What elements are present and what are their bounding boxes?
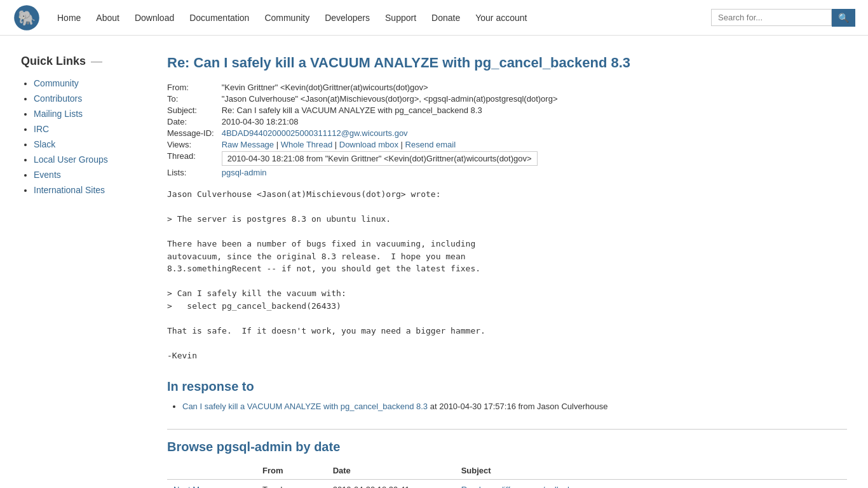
nav-donate[interactable]: Donate — [425, 9, 466, 27]
meta-to-row: To: "Jason Culverhouse" <Jason(at)Mischi… — [167, 94, 557, 105]
views-resend-link[interactable]: Resend email — [405, 140, 456, 149]
thread-label: Thread: — [167, 151, 222, 168]
nav-about[interactable]: About — [90, 9, 126, 27]
response-list: Can I safely kill a VACUUM ANALYZE with … — [167, 402, 847, 411]
email-body: Jason Culverhouse <Jason(at)Mischievous(… — [167, 188, 847, 362]
sidebar-links: Community Contributors Mailing Lists IRC… — [21, 78, 148, 195]
date-label: Date: — [167, 117, 222, 128]
views-raw-link[interactable]: Raw Message — [222, 140, 274, 149]
sidebar-item: Contributors — [34, 93, 148, 104]
sidebar-item: Local User Groups — [34, 154, 148, 165]
search-button[interactable]: 🔍 — [832, 9, 855, 27]
sidebar-title: Quick Links — — [21, 55, 148, 68]
sidebar-item: Events — [34, 170, 148, 180]
views-download-link[interactable]: Download mbox — [339, 140, 398, 149]
sidebar-title-dash: — — [91, 55, 102, 68]
postgresql-logo: 🐘 — [13, 4, 41, 32]
search-area: 🔍 — [711, 9, 855, 27]
browse-table-header-row: From Date Subject — [167, 462, 847, 480]
messageid-link[interactable]: 4BDAD94402000025000311112@gw.wicourts.go… — [222, 128, 408, 138]
views-label: Views: — [167, 140, 222, 151]
subject-label: Subject: — [167, 105, 222, 117]
sidebar-link-mailing-lists[interactable]: Mailing Lists — [34, 109, 83, 119]
thread-value: 2010-04-30 18:21:08 from "Kevin Grittner… — [222, 151, 558, 168]
table-row: Next Message Tom Lane 2010-04-30 18:39:4… — [167, 480, 847, 489]
response-list-item: Can I safely kill a VACUUM ANALYZE with … — [182, 402, 847, 411]
date-value: 2010-04-30 18:21:08 — [222, 117, 558, 128]
views-sep3: | — [401, 140, 405, 149]
lists-value: pgsql-admin — [222, 168, 558, 179]
email-meta: From: "Kevin Grittner" <Kevin(dot)Grittn… — [167, 83, 557, 179]
response-link[interactable]: Can I safely kill a VACUUM ANALYZE with … — [182, 402, 428, 411]
to-label: To: — [167, 94, 222, 105]
sidebar-item: IRC — [34, 124, 148, 134]
sidebar-link-irc[interactable]: IRC — [34, 124, 49, 134]
email-title: Re: Can I safely kill a VACUUM ANALYZE w… — [167, 55, 847, 71]
meta-messageid-row: Message-ID: 4BDAD94402000025000311112@gw… — [167, 128, 557, 140]
meta-views-row: Views: Raw Message | Whole Thread | Down… — [167, 140, 557, 151]
search-input[interactable] — [711, 9, 832, 26]
thread-box: 2010-04-30 18:21:08 from "Kevin Grittner… — [222, 151, 538, 166]
sidebar-link-slack[interactable]: Slack — [34, 139, 55, 149]
nav-community[interactable]: Community — [258, 9, 316, 27]
from-label: From: — [167, 83, 222, 94]
sidebar-item: Community — [34, 78, 148, 88]
main-content: Re: Can I safely kill a VACUUM ANALYZE w… — [167, 55, 847, 488]
browse-table-body: Next Message Tom Lane 2010-04-30 18:39:4… — [167, 480, 847, 489]
col-from: From — [256, 462, 327, 480]
next-message-label: Next Message — [167, 480, 256, 489]
nav-download[interactable]: Download — [128, 9, 180, 27]
sidebar-item: Mailing Lists — [34, 109, 148, 119]
site-header: 🐘 Home About Download Documentation Comm… — [0, 0, 868, 36]
meta-from-row: From: "Kevin Grittner" <Kevin(dot)Grittn… — [167, 83, 557, 94]
meta-lists-row: Lists: pgsql-admin — [167, 168, 557, 179]
subject-value: Re: Can I safely kill a VACUUM ANALYZE w… — [222, 105, 558, 117]
to-value: "Jason Culverhouse" <Jason(at)Mischievou… — [222, 94, 558, 105]
lists-link[interactable]: pgsql-admin — [222, 168, 267, 177]
sidebar-link-events[interactable]: Events — [34, 170, 61, 180]
sidebar-item: Slack — [34, 139, 148, 149]
nav-your-account[interactable]: Your account — [469, 9, 533, 27]
browse-section: Browse pgsql-admin by date From Date Sub… — [167, 429, 847, 488]
views-value: Raw Message | Whole Thread | Download mb… — [222, 140, 558, 151]
meta-date-row: Date: 2010-04-30 18:21:08 — [167, 117, 557, 128]
nav-documentation[interactable]: Documentation — [183, 9, 255, 27]
sidebar-item: International Sites — [34, 185, 148, 195]
views-sep2: | — [335, 140, 339, 149]
sidebar-title-text: Quick Links — [21, 55, 86, 68]
main-nav: Home About Download Documentation Commun… — [51, 9, 711, 27]
meta-thread-row: Thread: 2010-04-30 18:21:08 from "Kevin … — [167, 151, 557, 168]
browse-table-head: From Date Subject — [167, 462, 847, 480]
nav-support[interactable]: Support — [379, 9, 423, 27]
lists-label: Lists: — [167, 168, 222, 179]
col-label — [167, 462, 256, 480]
page-wrapper: Quick Links — Community Contributors Mai… — [8, 36, 860, 488]
sidebar-link-international-sites[interactable]: International Sites — [34, 185, 105, 195]
sidebar-link-local-user-groups[interactable]: Local User Groups — [34, 154, 108, 165]
response-meta: at 2010-04-30 17:57:16 from Jason Culver… — [430, 402, 608, 411]
views-sep1: | — [276, 140, 281, 149]
meta-subject-row: Subject: Re: Can I safely kill a VACUUM … — [167, 105, 557, 117]
nav-developers[interactable]: Developers — [318, 9, 376, 27]
sidebar: Quick Links — Community Contributors Mai… — [21, 55, 148, 488]
sidebar-link-community[interactable]: Community — [34, 78, 79, 88]
next-message-from: Tom Lane — [256, 480, 327, 489]
from-value: "Kevin Grittner" <Kevin(dot)Grittner(at)… — [222, 83, 558, 94]
messageid-value: 4BDAD94402000025000311112@gw.wicourts.go… — [222, 128, 558, 140]
sidebar-link-contributors[interactable]: Contributors — [34, 93, 82, 104]
messageid-label: Message-ID: — [167, 128, 222, 140]
next-message-link[interactable]: Next Message — [173, 485, 226, 488]
views-whole-link[interactable]: Whole Thread — [281, 140, 332, 149]
next-message-subject: Re: dump diffs even w/o db changes — [455, 480, 847, 489]
browse-table: From Date Subject Next Message Tom Lane … — [167, 462, 847, 488]
nav-home[interactable]: Home — [51, 9, 87, 27]
next-message-subject-link[interactable]: Re: dump diffs even w/o db changes — [461, 485, 595, 488]
in-response-to-title: In response to — [167, 379, 847, 394]
col-subject: Subject — [455, 462, 847, 480]
svg-text:🐘: 🐘 — [18, 8, 36, 26]
col-date: Date — [327, 462, 455, 480]
browse-title: Browse pgsql-admin by date — [167, 440, 847, 454]
next-message-date: 2010-04-30 18:39:41 — [327, 480, 455, 489]
